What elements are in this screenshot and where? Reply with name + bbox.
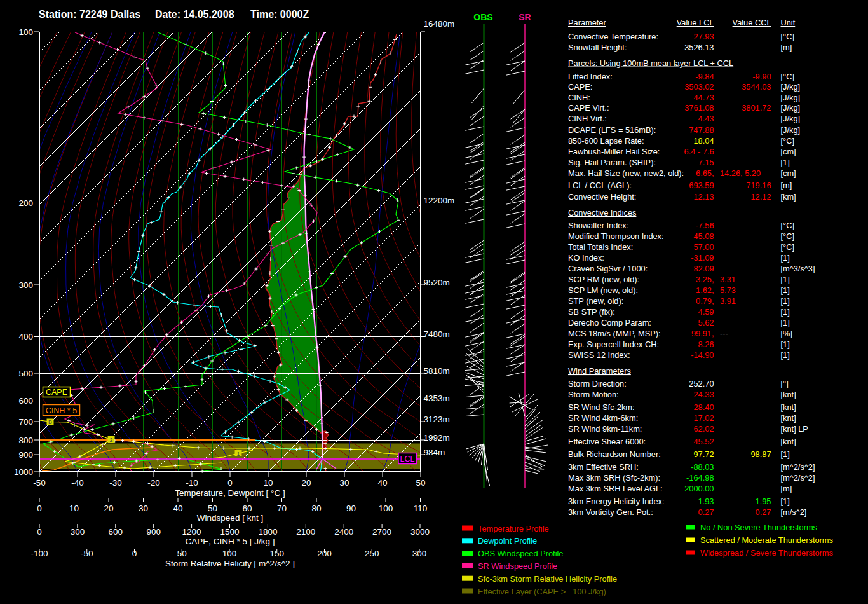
svg-text:CAPE Virt.:: CAPE Virt.:: [568, 103, 609, 113]
svg-text:-50: -50: [33, 478, 46, 488]
svg-text:5810m: 5810m: [424, 366, 450, 376]
svg-text:[°C]: [°C]: [781, 136, 794, 146]
svg-text:SR Wind 4km-6km:: SR Wind 4km-6km:: [568, 413, 638, 423]
svg-text:97.72: 97.72: [693, 450, 714, 459]
svg-text:STP (new, old):: STP (new, old):: [568, 296, 623, 306]
svg-text:Windspeed [ knt ]: Windspeed [ knt ]: [197, 513, 263, 523]
svg-text:0: 0: [227, 478, 233, 488]
svg-text:Date: 14.05.2008: Date: 14.05.2008: [155, 9, 234, 20]
svg-text:SCP RM (new, old):: SCP RM (new, old):: [568, 275, 639, 284]
svg-text:3.91: 3.91: [720, 296, 736, 306]
svg-text:18.04: 18.04: [693, 136, 714, 146]
svg-text:Wind Parameters: Wind Parameters: [568, 366, 631, 376]
svg-text:40: 40: [173, 504, 182, 513]
svg-text:---: ---: [720, 329, 728, 338]
svg-text:Unit: Unit: [781, 18, 796, 27]
svg-text:Modified Thompson Index:: Modified Thompson Index:: [568, 231, 664, 241]
svg-text:3km Vorticity Gen. Pot.:: 3km Vorticity Gen. Pot.:: [568, 507, 653, 517]
svg-text:30: 30: [339, 478, 349, 488]
svg-text:[knt]: [knt]: [781, 437, 796, 446]
svg-text:[m^2/s^2]: [m^2/s^2]: [781, 462, 815, 472]
svg-text:Effective Shear 6000:: Effective Shear 6000:: [568, 437, 646, 446]
svg-text:Lifted Index:: Lifted Index:: [568, 72, 613, 81]
svg-text:-88.03: -88.03: [691, 462, 714, 472]
svg-text:Convective Height:: Convective Height:: [568, 192, 636, 202]
svg-text:747.88: 747.88: [689, 125, 714, 135]
svg-text:500: 500: [18, 369, 33, 378]
svg-text:100: 100: [18, 27, 33, 37]
svg-text:4.59: 4.59: [698, 307, 714, 317]
svg-text:[1]: [1]: [781, 318, 790, 327]
svg-text:OBS Windspeed Profile: OBS Windspeed Profile: [478, 549, 563, 558]
svg-text:110: 110: [414, 504, 428, 513]
svg-text:[m]: [m]: [781, 181, 792, 190]
svg-text:2100: 2100: [296, 527, 315, 537]
svg-text:[1]: [1]: [781, 350, 790, 360]
svg-text:300: 300: [412, 549, 427, 558]
svg-text:Total Totals Index:: Total Totals Index:: [568, 242, 633, 252]
svg-text:[m^3/s^3]: [m^3/s^3]: [781, 264, 815, 273]
svg-text:[1]: [1]: [781, 275, 790, 284]
svg-text:-9.84: -9.84: [695, 72, 714, 81]
svg-text:Convective Indices: Convective Indices: [568, 208, 636, 217]
svg-text:[1]: [1]: [781, 296, 790, 306]
svg-text:3761.08: 3761.08: [684, 103, 714, 113]
svg-text:82.09: 82.09: [693, 264, 714, 273]
svg-text:[1]: [1]: [781, 497, 790, 506]
svg-text:3526.13: 3526.13: [684, 43, 714, 52]
svg-text:719.16: 719.16: [746, 181, 771, 190]
svg-text:6.65,: 6.65,: [696, 168, 714, 178]
svg-text:20: 20: [301, 478, 311, 488]
svg-text:[°C]: [°C]: [781, 221, 794, 230]
svg-text:984m: 984m: [424, 448, 445, 457]
svg-text:-10: -10: [186, 478, 198, 488]
svg-text:Scattered / Moderate Thunderst: Scattered / Moderate Thunderstorms: [700, 535, 833, 545]
svg-text:[m^2/s^2]: [m^2/s^2]: [781, 473, 815, 483]
svg-text:700: 700: [18, 417, 33, 427]
svg-text:-50: -50: [81, 549, 93, 558]
svg-text:80: 80: [311, 504, 321, 513]
svg-text:2700: 2700: [372, 527, 391, 537]
svg-text:Max 3km SRH Level AGL:: Max 3km SRH Level AGL:: [568, 484, 663, 493]
svg-text:200: 200: [18, 198, 33, 208]
svg-text:[m]: [m]: [781, 43, 792, 52]
svg-text:CAPE:: CAPE:: [568, 82, 592, 92]
svg-text:50: 50: [416, 478, 425, 488]
svg-text:1500: 1500: [220, 527, 239, 537]
svg-text:300: 300: [71, 527, 85, 537]
svg-text:OBS: OBS: [473, 12, 492, 22]
svg-text:Parameter: Parameter: [568, 18, 606, 27]
svg-text:-30: -30: [109, 478, 122, 488]
svg-text:1000: 1000: [14, 467, 33, 477]
svg-text:Value CCL: Value CCL: [733, 18, 771, 27]
svg-text:0: 0: [37, 504, 42, 513]
svg-text:Effective Layer (CAPE >= 100 J: Effective Layer (CAPE >= 100 J/kg): [478, 587, 606, 596]
svg-text:3.25,: 3.25,: [696, 275, 714, 284]
svg-text:40: 40: [377, 478, 387, 488]
svg-text:5.73: 5.73: [720, 285, 736, 295]
svg-text:[°C]: [°C]: [781, 231, 794, 241]
svg-text:693.59: 693.59: [689, 181, 714, 190]
svg-text:SR: SR: [519, 12, 531, 22]
svg-text:[m]: [m]: [781, 484, 792, 493]
svg-text:CINH:: CINH:: [568, 93, 590, 102]
svg-text:-164.98: -164.98: [686, 473, 714, 483]
svg-text:Time: 0000Z: Time: 0000Z: [250, 9, 309, 20]
svg-text:45.52: 45.52: [693, 437, 714, 446]
svg-text:1: 1: [236, 451, 240, 457]
svg-text:[J/kg]: [J/kg]: [781, 125, 801, 135]
svg-text:[J/kg]: [J/kg]: [781, 93, 801, 102]
svg-text:17.02: 17.02: [693, 413, 714, 423]
svg-text:Temperature, Dewpoint [ °C ]: Temperature, Dewpoint [ °C ]: [175, 488, 285, 498]
svg-text:50: 50: [208, 504, 217, 513]
svg-text:[°C]: [°C]: [781, 242, 794, 252]
svg-text:60: 60: [242, 504, 252, 513]
svg-text:200: 200: [317, 549, 332, 558]
svg-text:CAPE: CAPE: [46, 388, 67, 397]
svg-text:[°]: [°]: [781, 379, 789, 388]
svg-text:Max. Hail Size (new, new2, old: Max. Hail Size (new, new2, old):: [568, 168, 684, 178]
svg-text:30: 30: [139, 504, 148, 513]
svg-text:Sfc-3km Storm Relative Helicit: Sfc-3km Storm Relative Helicity Profile: [478, 574, 617, 584]
svg-text:800: 800: [18, 436, 33, 445]
svg-text:Value LCL: Value LCL: [677, 18, 714, 27]
